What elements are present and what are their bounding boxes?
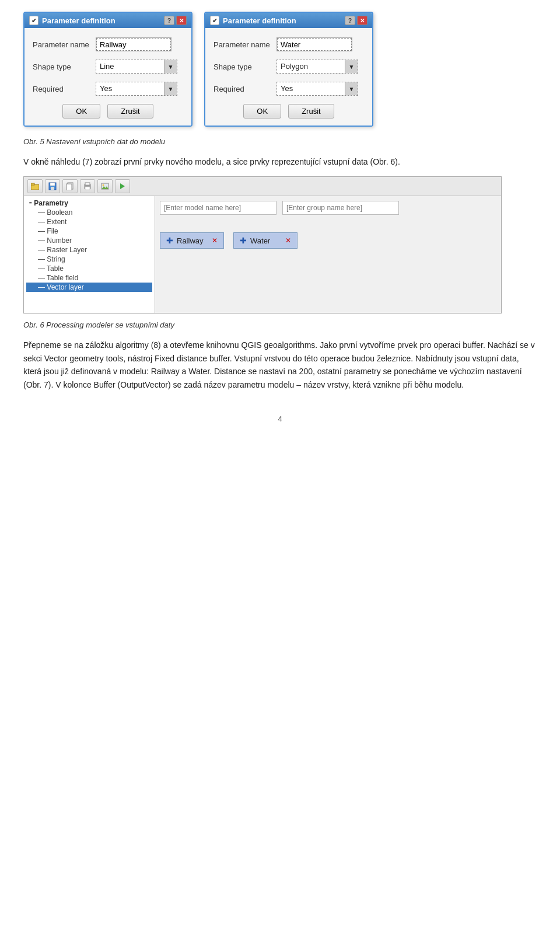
tree-item-extent[interactable]: — Extent <box>26 217 152 227</box>
water-shape-type-select[interactable]: Polygon ▼ <box>276 60 358 74</box>
shape-type-field: Shape type Line ▼ <box>33 60 183 74</box>
water-cancel-button[interactable]: Zrušit <box>288 104 334 119</box>
water-required-arrow[interactable]: ▼ <box>345 82 358 95</box>
tree-root-parametry[interactable]: ⁃ Parametry <box>26 198 152 208</box>
water-shape-type-label: Shape type <box>214 62 272 71</box>
titlebar-left: ✔ Parameter definition <box>29 16 116 25</box>
paragraph-1: V okně náhledu (7) zobrazí první prvky n… <box>23 155 537 168</box>
water-plus-icon: ✚ <box>240 236 247 245</box>
titlebar-buttons: ? ✕ <box>164 16 187 25</box>
water-param-name-input[interactable] <box>276 37 352 51</box>
railway-dialog: ✔ Parameter definition ? ✕ Parameter nam… <box>23 12 192 127</box>
railway-dialog-titlebar: ✔ Parameter definition ? ✕ <box>24 13 191 28</box>
svg-rect-1 <box>31 183 34 185</box>
water-element-label: Water <box>250 236 270 245</box>
fig5-caption: Obr. 5 Nastavení vstupních dat do modelu <box>23 137 537 146</box>
svg-point-11 <box>103 184 104 186</box>
modeler-content: ⁃ Parametry — Boolean — Extent — File — … <box>24 196 501 313</box>
water-required-select[interactable]: Yes ▼ <box>276 82 358 96</box>
toolbar-folder-btn[interactable] <box>27 179 43 193</box>
railway-dialog-buttons: OK Zrušit <box>33 104 183 119</box>
close-button-water[interactable]: ✕ <box>357 16 368 25</box>
titlebar-left-water: ✔ Parameter definition <box>210 16 296 25</box>
help-button[interactable]: ? <box>164 16 174 25</box>
water-required-label: Required <box>214 85 272 93</box>
water-dialog-buttons: OK Zrušit <box>214 104 364 119</box>
model-name-input[interactable] <box>160 201 276 215</box>
railway-ok-button[interactable]: OK <box>62 104 100 119</box>
toolbar-run-btn[interactable] <box>115 179 130 193</box>
toolbar-copy-btn[interactable] <box>62 179 78 193</box>
required-label: Required <box>33 85 91 93</box>
tree-item-boolean[interactable]: — Boolean <box>26 208 152 217</box>
railway-element-close-icon[interactable]: ✕ <box>212 236 218 245</box>
water-param-name-label: Parameter name <box>214 40 272 49</box>
svg-rect-6 <box>66 184 72 190</box>
svg-rect-4 <box>51 187 54 190</box>
shape-type-arrow[interactable]: ▼ <box>164 60 177 73</box>
required-arrow[interactable]: ▼ <box>164 82 177 95</box>
dialogs-row: ✔ Parameter definition ? ✕ Parameter nam… <box>23 12 537 127</box>
railway-plus-icon: ✚ <box>166 236 173 245</box>
water-param-name-field: Parameter name <box>214 37 364 51</box>
tree-item-string[interactable]: — String <box>26 255 152 264</box>
toolbar-print-btn[interactable] <box>80 179 95 193</box>
svg-rect-8 <box>85 183 90 185</box>
tree-item-file[interactable]: — File <box>26 227 152 236</box>
railway-dialog-body: Parameter name Shape type Line ▼ Require… <box>24 28 191 126</box>
close-button[interactable]: ✕ <box>176 16 187 25</box>
modeler-toolbar <box>24 177 501 196</box>
tree-item-number[interactable]: — Number <box>26 236 152 245</box>
water-element[interactable]: ✚ Water ✕ <box>233 232 298 249</box>
svg-rect-9 <box>85 187 90 190</box>
tree-item-raster[interactable]: — Raster Layer <box>26 245 152 255</box>
water-element-close-icon[interactable]: ✕ <box>285 236 291 245</box>
water-dialog: ✔ Parameter definition ? ✕ Parameter nam… <box>204 12 373 127</box>
required-select[interactable]: Yes ▼ <box>96 82 177 96</box>
modeler-right-panel: ✚ Railway ✕ ✚ Water ✕ <box>155 196 501 313</box>
railway-dialog-title: Parameter definition <box>42 16 116 25</box>
svg-rect-3 <box>50 183 55 186</box>
modeler-container: ⁃ Parametry — Boolean — Extent — File — … <box>23 176 502 314</box>
dialog-icon-water: ✔ <box>210 16 219 25</box>
titlebar-buttons-water: ? ✕ <box>345 16 368 25</box>
water-shape-type-value: Polygon <box>277 60 345 74</box>
fig6-caption: Obr. 6 Processing modeler se vstupními d… <box>23 321 537 329</box>
railway-element[interactable]: ✚ Railway ✕ <box>160 232 224 249</box>
modeler-elements-row: ✚ Railway ✕ ✚ Water ✕ <box>160 232 496 249</box>
param-name-input[interactable] <box>96 37 172 51</box>
toolbar-image-btn[interactable] <box>97 179 113 193</box>
railway-element-label: Railway <box>177 236 204 245</box>
param-name-field: Parameter name <box>33 37 183 51</box>
railway-cancel-button[interactable]: Zrušit <box>107 104 153 119</box>
required-value: Yes <box>96 82 164 96</box>
tree-item-table[interactable]: — Table <box>26 264 152 273</box>
water-dialog-titlebar: ✔ Parameter definition ? ✕ <box>205 13 372 28</box>
water-ok-button[interactable]: OK <box>243 104 281 119</box>
modeler-left-panel: ⁃ Parametry — Boolean — Extent — File — … <box>24 196 155 313</box>
water-dialog-title: Parameter definition <box>223 16 296 25</box>
water-dialog-body: Parameter name Shape type Polygon ▼ Requ… <box>205 28 372 126</box>
tree-item-tablefield[interactable]: — Table field <box>26 273 152 283</box>
water-shape-type-arrow[interactable]: ▼ <box>345 60 358 73</box>
group-name-input[interactable] <box>282 201 399 215</box>
water-required-field: Required Yes ▼ <box>214 82 364 96</box>
required-field: Required Yes ▼ <box>33 82 183 96</box>
water-required-value: Yes <box>277 82 345 96</box>
modeler-header-inputs <box>160 201 496 215</box>
shape-type-select[interactable]: Line ▼ <box>96 60 177 74</box>
shape-type-label: Shape type <box>33 62 91 71</box>
water-shape-type-field: Shape type Polygon ▼ <box>214 60 364 74</box>
dialog-icon: ✔ <box>29 16 38 25</box>
page-number: 4 <box>23 414 537 423</box>
svg-marker-12 <box>120 183 125 189</box>
shape-type-value: Line <box>96 60 164 74</box>
tree-item-vectorlayer[interactable]: — Vector layer <box>26 283 152 292</box>
paragraph-2: Přepneme se na záložku algoritmy (8) a o… <box>23 339 537 391</box>
help-button-water[interactable]: ? <box>345 16 355 25</box>
param-name-label: Parameter name <box>33 40 91 49</box>
toolbar-save-btn[interactable] <box>45 179 60 193</box>
